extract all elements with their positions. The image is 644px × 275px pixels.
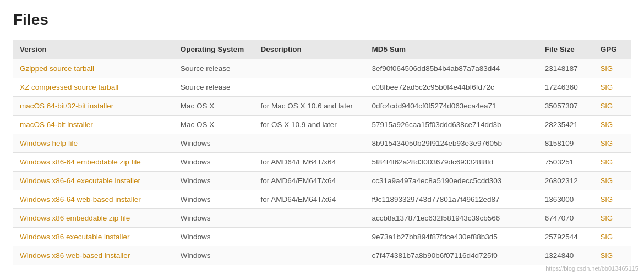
cell-description — [254, 246, 365, 265]
version-link[interactable]: macOS 64-bit installer — [20, 120, 93, 129]
col-header-version: Version — [13, 40, 174, 59]
version-link[interactable]: Windows x86-64 web-based installer — [20, 195, 141, 204]
cell-version: macOS 64-bit/32-bit installer — [13, 97, 174, 116]
cell-filesize: 17246360 — [538, 78, 594, 97]
sig-link[interactable]: SIG — [601, 102, 613, 110]
cell-md5: cc31a9a497a4ec8a5190edecc5cdd303 — [365, 172, 538, 190]
table-row: macOS 64-bit/32-bit installerMac OS Xfor… — [13, 97, 631, 116]
sig-link[interactable]: SIG — [601, 120, 613, 129]
cell-description: for AMD64/EM64T/x64 — [254, 153, 365, 172]
version-link[interactable]: Windows x86 executable installer — [20, 233, 130, 241]
sig-link[interactable]: SIG — [601, 177, 613, 185]
version-link[interactable]: Gzipped source tarball — [20, 64, 94, 73]
cell-os: Mac OS X — [174, 97, 254, 116]
cell-filesize: 1324840 — [538, 246, 594, 265]
cell-description: for OS X 10.9 and later — [254, 116, 365, 134]
table-row: Windows x86-64 embeddable zip fileWindow… — [13, 153, 631, 172]
cell-md5: 5f84f4f62a28d3003679dc693328f8fd — [365, 153, 538, 172]
version-link[interactable]: XZ compressed source tarball — [20, 83, 118, 91]
cell-filesize: 7503251 — [538, 153, 594, 172]
cell-gpg: SIG — [594, 209, 631, 228]
cell-filesize: 26802312 — [538, 172, 594, 190]
version-link[interactable]: Windows x86 embeddable zip file — [20, 214, 130, 222]
cell-description: for AMD64/EM64T/x64 — [254, 172, 365, 190]
cell-os: Mac OS X — [174, 116, 254, 134]
table-row: Windows x86 web-based installerWindowsc7… — [13, 246, 631, 265]
sig-link[interactable]: SIG — [601, 233, 613, 241]
cell-os: Source release — [174, 59, 254, 78]
cell-description — [254, 209, 365, 228]
page-title: Files — [13, 11, 631, 29]
cell-os: Source release — [174, 78, 254, 97]
sig-link[interactable]: SIG — [601, 195, 613, 204]
cell-filesize: 28235421 — [538, 116, 594, 134]
cell-gpg: SIG — [594, 59, 631, 78]
cell-gpg: SIG — [594, 78, 631, 97]
cell-md5: c08fbee72ad5c2c95b0f4e44bf6fd72c — [365, 78, 538, 97]
cell-gpg: SIG — [594, 97, 631, 116]
version-link[interactable]: Windows x86 web-based installer — [20, 251, 130, 260]
table-row: macOS 64-bit installerMac OS Xfor OS X 1… — [13, 116, 631, 134]
cell-md5: 8b915434050b29f9124eb93e3e97605b — [365, 134, 538, 153]
version-link[interactable]: Windows x86-64 executable installer — [20, 177, 140, 185]
sig-link[interactable]: SIG — [601, 83, 613, 91]
cell-md5: f9c11893329743d77801a7f49612ed87 — [365, 190, 538, 209]
cell-gpg: SIG — [594, 190, 631, 209]
cell-md5: 9e73a1b27bb894f87fdce430ef88b3d5 — [365, 228, 538, 246]
cell-description — [254, 78, 365, 97]
cell-description: for Mac OS X 10.6 and later — [254, 97, 365, 116]
cell-os: Windows — [174, 209, 254, 228]
table-row: XZ compressed source tarballSource relea… — [13, 78, 631, 97]
cell-filesize: 8158109 — [538, 134, 594, 153]
cell-md5: c7f474381b7a8b90b6f07116d4d725f0 — [365, 246, 538, 265]
version-link[interactable]: Windows help file — [20, 139, 78, 147]
table-body: Gzipped source tarballSource release3ef9… — [13, 59, 631, 265]
sig-link[interactable]: SIG — [601, 64, 613, 73]
cell-os: Windows — [174, 190, 254, 209]
cell-filesize: 6747070 — [538, 209, 594, 228]
table-row: Windows help fileWindows8b915434050b29f9… — [13, 134, 631, 153]
cell-filesize: 35057307 — [538, 97, 594, 116]
table-row: Windows x86 embeddable zip fileWindowsac… — [13, 209, 631, 228]
sig-link[interactable]: SIG — [601, 139, 613, 147]
cell-version: Windows x86 web-based installer — [13, 246, 174, 265]
col-header-gpg: GPG — [594, 40, 631, 59]
sig-link[interactable]: SIG — [601, 214, 613, 222]
cell-version: Gzipped source tarball — [13, 59, 174, 78]
col-header-md5: MD5 Sum — [365, 40, 538, 59]
cell-md5: 0dfc4cdd9404cf0f5274d063eca4ea71 — [365, 97, 538, 116]
cell-version: Windows x86-64 embeddable zip file — [13, 153, 174, 172]
cell-filesize: 23148187 — [538, 59, 594, 78]
table-row: Gzipped source tarballSource release3ef9… — [13, 59, 631, 78]
cell-version: Windows x86-64 executable installer — [13, 172, 174, 190]
cell-version: Windows help file — [13, 134, 174, 153]
cell-gpg: SIG — [594, 172, 631, 190]
version-link[interactable]: Windows x86-64 embeddable zip file — [20, 158, 141, 166]
cell-md5: 57915a926caa15f03ddd638ce714dd3b — [365, 116, 538, 134]
table-row: Windows x86-64 web-based installerWindow… — [13, 190, 631, 209]
cell-description — [254, 228, 365, 246]
cell-filesize: 25792544 — [538, 228, 594, 246]
watermark: https://blog.csdn.net/bb013465115 — [545, 265, 638, 272]
cell-md5: 3ef90f064506dd85b4b4ab87a7a83d44 — [365, 59, 538, 78]
sig-link[interactable]: SIG — [601, 158, 613, 166]
cell-gpg: SIG — [594, 246, 631, 265]
cell-gpg: SIG — [594, 153, 631, 172]
table-row: Windows x86 executable installerWindows9… — [13, 228, 631, 246]
col-header-os: Operating System — [174, 40, 254, 59]
files-table: Version Operating System Description MD5… — [13, 40, 631, 265]
cell-version: macOS 64-bit installer — [13, 116, 174, 134]
cell-version: Windows x86 executable installer — [13, 228, 174, 246]
cell-os: Windows — [174, 134, 254, 153]
sig-link[interactable]: SIG — [601, 251, 613, 260]
cell-filesize: 1363000 — [538, 190, 594, 209]
cell-version: XZ compressed source tarball — [13, 78, 174, 97]
cell-description — [254, 134, 365, 153]
table-header: Version Operating System Description MD5… — [13, 40, 631, 59]
cell-version: Windows x86-64 web-based installer — [13, 190, 174, 209]
col-header-filesize: File Size — [538, 40, 594, 59]
cell-version: Windows x86 embeddable zip file — [13, 209, 174, 228]
version-link[interactable]: macOS 64-bit/32-bit installer — [20, 102, 113, 110]
cell-os: Windows — [174, 228, 254, 246]
cell-gpg: SIG — [594, 134, 631, 153]
